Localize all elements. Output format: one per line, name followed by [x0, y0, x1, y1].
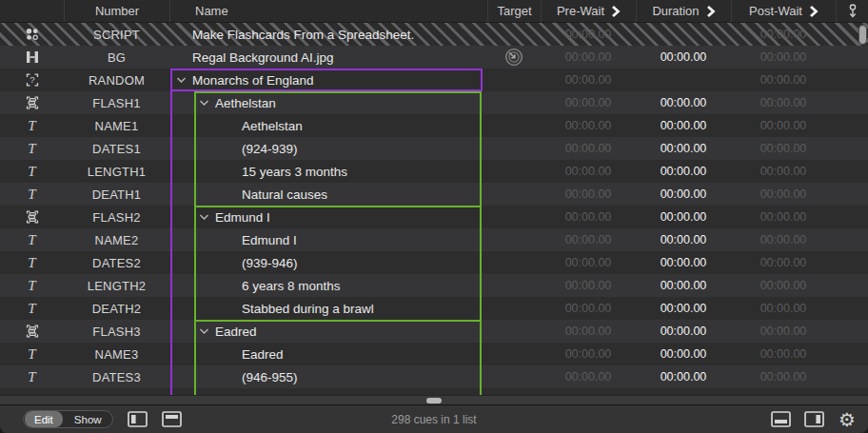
- cue-name: Make Flashcards From a Spreadsheet.: [169, 28, 487, 42]
- cue-row[interactable]: T DATES1 (924-939) 00:00.00 00:00.00 00:…: [0, 137, 868, 160]
- cue-type-cell: T: [0, 165, 64, 179]
- cue-number: DEATH1: [64, 187, 169, 202]
- cue-duration: 00:00.00: [636, 325, 731, 338]
- cue-name-text: (946-955): [169, 370, 298, 384]
- cue-row[interactable]: T DEATH1 Natural causes 00:00.00 00:00.0…: [0, 183, 868, 206]
- cue-name-text: Edmund I: [169, 233, 297, 247]
- cue-pre-wait: 00:00.00: [541, 73, 636, 87]
- column-header-duration[interactable]: Duration: [636, 0, 731, 22]
- script-cue-icon: [24, 27, 41, 42]
- cue-name: (946-955): [169, 370, 487, 384]
- cue-row[interactable]: T DATES2 (939-946) 00:00.00 00:00.00 00:…: [0, 251, 868, 274]
- cue-post-wait: 00:00.00: [731, 347, 836, 361]
- disclosure-chevron-icon[interactable]: [199, 99, 209, 108]
- column-header-pre-wait[interactable]: Pre-Wait: [541, 0, 636, 22]
- cue-name-text: Monarchs of England: [169, 73, 314, 88]
- cue-post-wait: 00:00.00: [731, 210, 836, 224]
- group-cue-icon: [24, 324, 41, 339]
- cue-duration: 00:00.00: [636, 233, 731, 246]
- group-cue-icon: [24, 209, 41, 225]
- toggle-bottom-panel-button[interactable]: [769, 410, 792, 429]
- cue-row-partial[interactable]: [0, 388, 868, 395]
- column-header-post-wait[interactable]: Post-Wait: [731, 0, 836, 22]
- cue-type-cell: [0, 95, 64, 110]
- disclosure-chevron[interactable]: [199, 99, 209, 108]
- post-wait-label: Post-Wait: [749, 4, 802, 18]
- cue-row[interactable]: FLASH3 Eadred 00:00.00 00:00.00 00:00.00: [0, 320, 868, 343]
- settings-button[interactable]: ⚙: [836, 410, 858, 429]
- cue-row[interactable]: T LENGTH2 6 years 8 months 00:00.00 00:0…: [0, 274, 868, 297]
- toggle-left-panel-button[interactable]: [127, 410, 149, 429]
- cue-number: SCRIPT: [64, 28, 169, 42]
- text-cue-icon: T: [28, 347, 35, 362]
- cue-row[interactable]: BG Regal Background AI.jpg 00:00.00 00:0…: [0, 46, 868, 69]
- cue-duration: 00:00.00: [636, 279, 731, 292]
- cue-row[interactable]: T LENGTH1 15 years 3 months 00:00.00 00:…: [0, 160, 868, 183]
- cue-row[interactable]: T NAME1 Aethelstan 00:00.00 00:00.00 00:…: [0, 114, 868, 137]
- text-cue-icon: T: [28, 302, 35, 316]
- text-cue-icon: T: [28, 279, 35, 293]
- cue-table: Number Name Target Pre-Wait Duration Pos…: [0, 0, 868, 395]
- cue-name-text: Make Flashcards From a Spreadsheet.: [169, 28, 414, 42]
- column-header-autoload[interactable]: [836, 0, 868, 22]
- cue-count-status: 298 cues in 1 list: [391, 413, 476, 426]
- cue-row[interactable]: FLASH2 Edmund I 00:00.00 00:00.00 00:00.…: [0, 206, 868, 228]
- cue-row[interactable]: T DATES3 (946-955) 00:00.00 00:00.00 00:…: [0, 365, 868, 388]
- cue-name-text: Edmund I: [169, 210, 270, 225]
- cue-type-cell: T: [0, 256, 64, 270]
- cue-row[interactable]: FLASH1 Aethelstan 00:00.00 00:00.00 00:0…: [0, 91, 868, 114]
- cue-post-wait: 00:00.00: [731, 187, 836, 201]
- text-cue-icon: T: [28, 165, 35, 179]
- random-group-icon: ?: [24, 72, 41, 88]
- toggle-right-panel-button[interactable]: [802, 410, 825, 429]
- cue-number: RANDOM: [64, 73, 169, 88]
- column-header-cue-type[interactable]: [0, 0, 64, 22]
- cue-row[interactable]: T DEATH2 Stabbed during a brawl 00:00.00…: [0, 297, 868, 320]
- text-cue-icon: T: [28, 256, 35, 270]
- cue-number: NAME1: [64, 119, 169, 133]
- cue-post-wait: 00:00.00: [731, 50, 836, 64]
- cue-type-cell: T: [0, 119, 64, 133]
- cue-number: BG: [64, 50, 169, 65]
- cue-type-cell: T: [0, 142, 64, 156]
- cue-row[interactable]: T NAME2 Edmund I 00:00.00 00:00.00 00:00…: [0, 228, 868, 251]
- cue-name: Regal Background AI.jpg: [169, 50, 487, 65]
- horizontal-scrollbar-track[interactable]: [0, 395, 868, 404]
- disclosure-chevron[interactable]: [199, 213, 209, 222]
- cue-type-cell: [0, 209, 64, 225]
- cue-row[interactable]: ? RANDOM Monarchs of England 00:00.00 00…: [0, 69, 868, 91]
- cue-name: (924-939): [169, 142, 487, 156]
- pre-wait-label: Pre-Wait: [557, 4, 604, 18]
- column-header-name[interactable]: Name: [169, 0, 487, 22]
- cue-post-wait: 00:00.00: [731, 142, 836, 155]
- disclosure-chevron[interactable]: [176, 76, 187, 85]
- gear-icon: ⚙: [838, 410, 856, 429]
- disclosure-chevron-icon[interactable]: [176, 76, 187, 85]
- edit-mode-button[interactable]: Edit: [25, 411, 63, 427]
- cue-pre-wait: 00:00.00: [541, 370, 636, 384]
- horizontal-scrollbar-thumb[interactable]: [426, 398, 442, 403]
- cue-number: NAME3: [64, 347, 169, 362]
- show-mode-button[interactable]: Show: [65, 411, 111, 427]
- cue-name-text: Aethelstan: [169, 119, 303, 133]
- cue-duration: 00:00.00: [636, 96, 731, 109]
- disclosure-chevron[interactable]: [199, 327, 209, 336]
- column-header-number[interactable]: Number: [64, 0, 169, 22]
- disclosure-chevron-icon[interactable]: [199, 213, 209, 222]
- cue-name-text: (924-939): [169, 142, 298, 156]
- autoload-icon: [845, 3, 860, 20]
- cue-row[interactable]: T NAME3 Eadred 00:00.00 00:00.00 00:00.0…: [0, 343, 868, 365]
- cue-name: Aethelstan: [169, 96, 487, 110]
- text-cue-icon: T: [28, 233, 35, 247]
- cue-target-cell: [487, 47, 541, 68]
- cue-duration: 00:00.00: [636, 347, 731, 361]
- cue-name: (939-946): [169, 256, 487, 270]
- toggle-top-panel-button[interactable]: [161, 410, 184, 429]
- svg-text:?: ?: [30, 74, 34, 85]
- column-header-target[interactable]: Target: [487, 0, 541, 22]
- cue-row[interactable]: SCRIPT Make Flashcards From a Spreadshee…: [0, 23, 868, 46]
- vertical-scrollbar-thumb[interactable]: [858, 25, 867, 45]
- disclosure-chevron-icon[interactable]: [199, 327, 209, 336]
- video-cue-icon: [24, 49, 41, 65]
- cue-duration: 00:00.00: [636, 165, 731, 178]
